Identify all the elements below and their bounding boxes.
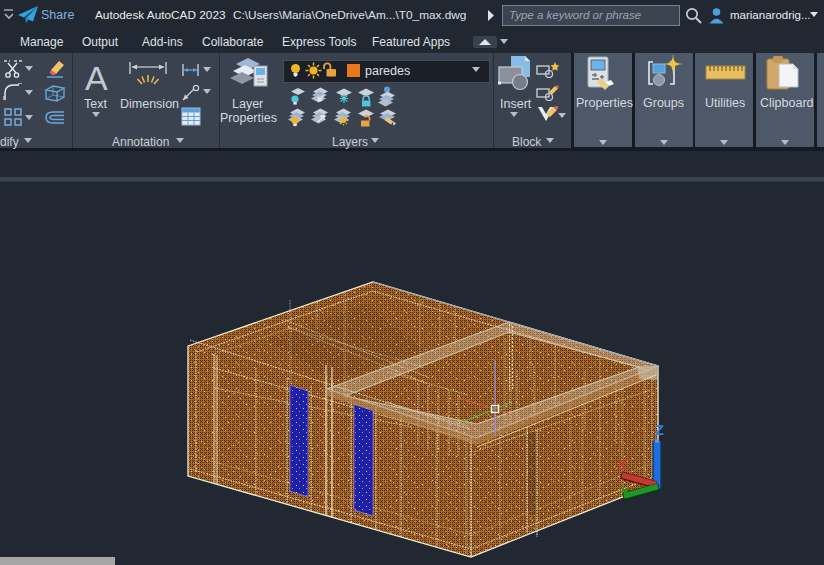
svg-text:Y: Y [620,484,630,500]
svg-text:Z: Z [655,422,664,438]
svg-text:X: X [617,457,627,473]
